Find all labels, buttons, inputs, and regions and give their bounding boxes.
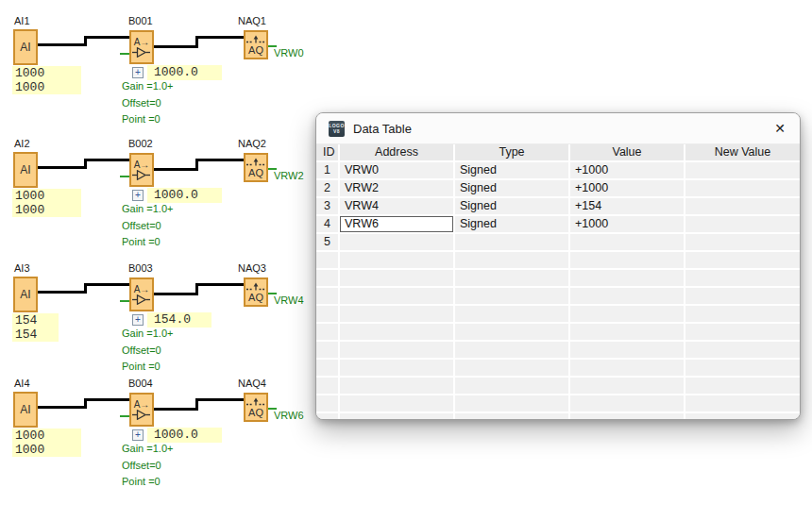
cell-new-value[interactable]	[685, 324, 800, 342]
cell-value[interactable]: +1000	[570, 162, 685, 180]
analog-input-block[interactable]: AI	[13, 392, 38, 428]
dialog-titlebar[interactable]: LOGO V8 Data Table ✕	[316, 113, 800, 144]
cell-value[interactable]	[570, 342, 685, 360]
address-edit-input[interactable]	[340, 342, 453, 358]
analog-input-block[interactable]: AI	[13, 277, 38, 312]
network-analog-output-block[interactable]: AQ	[244, 277, 268, 307]
analog-amplifier-block[interactable]: A→	[129, 393, 154, 427]
cell-address[interactable]	[340, 306, 455, 324]
analog-input-block[interactable]: AI	[13, 152, 38, 188]
cell-type[interactable]	[455, 378, 570, 395]
cell-address[interactable]: VRW6	[340, 216, 455, 234]
cell-type[interactable]: Signed	[455, 180, 570, 198]
cell-value[interactable]: +154	[570, 198, 685, 216]
cell-new-value[interactable]	[685, 216, 800, 234]
address-edit-input[interactable]: VRW6	[340, 216, 453, 232]
cell-new-value[interactable]	[685, 252, 800, 270]
analog-amplifier-block[interactable]: A→	[129, 30, 154, 64]
address-edit-input[interactable]: VRW2	[340, 180, 453, 196]
cell-new-value[interactable]	[685, 413, 800, 419]
address-edit-input[interactable]	[340, 234, 453, 250]
address-edit-input[interactable]	[340, 360, 453, 376]
cell-address[interactable]: VRW4	[340, 198, 455, 216]
cell-address[interactable]	[340, 413, 455, 419]
cell-type[interactable]	[455, 252, 570, 270]
cell-value[interactable]	[570, 413, 685, 419]
analog-amplifier-block[interactable]: A→	[129, 277, 154, 311]
cell-value[interactable]	[570, 270, 685, 288]
cell-address[interactable]: VRW2	[340, 180, 455, 198]
cell-value[interactable]	[570, 252, 685, 270]
cell-address[interactable]	[340, 252, 455, 270]
parameter-expand-button[interactable]: +	[132, 429, 144, 441]
parameter-expand-button[interactable]: +	[132, 190, 144, 201]
cell-new-value[interactable]	[685, 378, 800, 395]
cell-new-value[interactable]	[685, 180, 800, 198]
cell-address[interactable]	[340, 360, 455, 378]
cell-type[interactable]	[455, 234, 570, 252]
wire-ai-output	[38, 406, 87, 409]
cell-new-value[interactable]	[685, 342, 800, 360]
network-analog-output-block[interactable]: AQ	[244, 153, 268, 182]
cell-new-value[interactable]	[685, 162, 800, 180]
parameter-expand-button[interactable]: +	[132, 314, 144, 326]
cell-type[interactable]	[455, 413, 570, 419]
cell-address[interactable]	[340, 270, 455, 288]
cell-type[interactable]	[455, 342, 570, 360]
cell-type[interactable]: Signed	[455, 198, 570, 216]
address-edit-input[interactable]	[340, 378, 453, 394]
address-edit-input[interactable]	[340, 252, 453, 268]
cell-type[interactable]: Signed	[455, 216, 570, 234]
address-edit-input[interactable]	[340, 324, 453, 340]
cell-type[interactable]: Signed	[455, 162, 570, 180]
address-edit-input[interactable]	[340, 395, 453, 412]
cell-value[interactable]	[570, 378, 685, 395]
vrw-address-label: VRW2	[274, 170, 304, 181]
cell-type[interactable]	[455, 270, 570, 288]
cell-type[interactable]	[455, 360, 570, 378]
cell-value[interactable]	[570, 324, 685, 342]
cell-value[interactable]	[570, 306, 685, 324]
cell-value[interactable]	[570, 360, 685, 378]
cell-value[interactable]: +1000	[570, 180, 685, 198]
cell-address[interactable]	[340, 378, 455, 395]
cell-new-value[interactable]	[685, 234, 800, 252]
cell-address[interactable]: VRW0	[340, 162, 455, 180]
cell-new-value[interactable]	[685, 198, 800, 216]
cell-address[interactable]	[340, 324, 455, 342]
point-label: Point =0	[122, 236, 161, 247]
cell-value[interactable]	[570, 395, 685, 413]
cell-value[interactable]	[570, 288, 685, 306]
close-button[interactable]: ✕	[764, 115, 796, 142]
analog-input-block[interactable]: AI	[13, 29, 38, 65]
cell-new-value[interactable]	[685, 395, 800, 413]
wire-naq-input	[195, 283, 245, 286]
cell-new-value[interactable]	[685, 306, 800, 324]
cell-address[interactable]	[340, 395, 455, 413]
network-analog-output-block[interactable]: AQ	[244, 30, 268, 59]
cell-type[interactable]	[455, 288, 570, 306]
cell-id	[316, 288, 340, 306]
analog-amplifier-block[interactable]: A→	[129, 153, 154, 187]
address-edit-input[interactable]	[340, 413, 453, 419]
table-row	[316, 360, 800, 378]
cell-id: 3	[316, 198, 340, 216]
address-edit-input[interactable]: VRW0	[340, 162, 453, 178]
cell-type[interactable]	[455, 324, 570, 342]
cell-address[interactable]	[340, 288, 455, 306]
cell-type[interactable]	[455, 395, 570, 413]
cell-new-value[interactable]	[685, 288, 800, 306]
cell-value[interactable]: +1000	[570, 216, 685, 234]
network-analog-output-block[interactable]: AQ	[244, 393, 268, 422]
cell-address[interactable]	[340, 342, 455, 360]
address-edit-input[interactable]	[340, 288, 453, 304]
cell-new-value[interactable]	[685, 270, 800, 288]
cell-value[interactable]	[570, 234, 685, 252]
parameter-expand-button[interactable]: +	[132, 67, 144, 78]
address-edit-input[interactable]: VRW4	[340, 198, 453, 214]
cell-address[interactable]	[340, 234, 455, 252]
cell-type[interactable]	[455, 306, 570, 324]
address-edit-input[interactable]	[340, 270, 453, 286]
address-edit-input[interactable]	[340, 306, 453, 322]
cell-new-value[interactable]	[685, 360, 800, 378]
